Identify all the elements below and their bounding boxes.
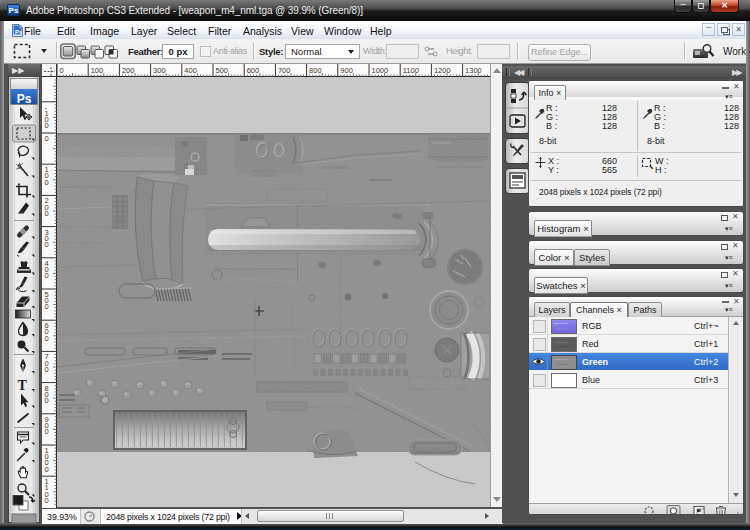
svg-text:0: 0 — [45, 240, 49, 249]
svg-text:0: 0 — [60, 66, 64, 75]
svg-text:0: 0 — [45, 271, 49, 280]
svg-text:1000: 1000 — [372, 66, 389, 75]
svg-text:T: T — [18, 378, 28, 393]
svg-text:500: 500 — [216, 66, 229, 75]
svg-text:0: 0 — [45, 427, 49, 436]
svg-text:0: 0 — [45, 178, 49, 187]
svg-text:0: 0 — [45, 396, 49, 405]
svg-text:0: 0 — [45, 496, 49, 505]
svg-text:1300: 1300 — [465, 66, 482, 75]
svg-text:1100: 1100 — [403, 66, 419, 75]
svg-text:0: 0 — [45, 334, 49, 343]
svg-text:300: 300 — [153, 66, 166, 75]
svg-text:400: 400 — [184, 66, 197, 75]
svg-text:0: 0 — [45, 302, 49, 311]
svg-text:0: 0 — [45, 365, 49, 374]
svg-text:0: 0 — [45, 134, 49, 143]
svg-text:0: 0 — [45, 465, 49, 474]
svg-text:600: 600 — [247, 66, 260, 75]
svg-text:1200: 1200 — [434, 66, 451, 75]
svg-text:0: 0 — [45, 121, 49, 130]
svg-text:700: 700 — [278, 66, 291, 75]
svg-text:200: 200 — [122, 66, 135, 75]
svg-text:0: 0 — [45, 209, 49, 218]
svg-text:Ps: Ps — [15, 29, 23, 35]
svg-text:800: 800 — [309, 66, 322, 75]
svg-text:900: 900 — [340, 66, 353, 75]
svg-text:100: 100 — [91, 66, 104, 75]
